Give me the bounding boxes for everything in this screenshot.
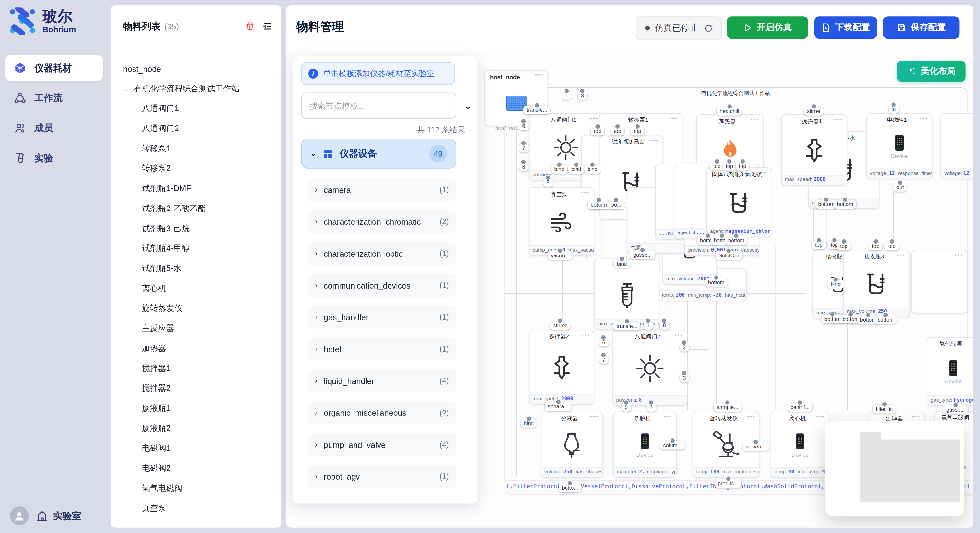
node-menu-icon[interactable]: ••• [751,116,759,122]
canvas-node[interactable]: 真空泵•••pump_rate: 50max_vacuum: 0.1 [529,187,595,256]
template-group-row[interactable]: ›organic_miscellaneous(2) [307,401,456,424]
node-menu-icon[interactable]: ••• [590,115,599,121]
canvas-node[interactable]: 分液器•••volume: 250has_phases: true [541,412,603,477]
port-label[interactable]: 8 [660,321,669,330]
beautify-layout-button[interactable]: 美化布局 [897,60,966,82]
tree-item[interactable]: 搅拌器2 [110,379,281,399]
sidebar-item-members[interactable]: 成员 [5,115,103,141]
port-label[interactable]: solven... [743,442,769,451]
port-label[interactable]: heatchill [716,107,742,116]
tree-item[interactable]: 转移泵2 [110,159,281,179]
port-label[interactable]: 4 [646,403,655,412]
tree-item[interactable]: 主反应器 [110,319,281,339]
port-label[interactable]: top [812,241,826,249]
port-label[interactable]: top [631,127,644,136]
port-label[interactable]: 5 [622,403,631,412]
refresh-icon[interactable] [703,23,713,33]
node-menu-icon[interactable]: ••• [535,72,544,78]
collapse-list-icon[interactable] [262,21,272,32]
sidebar-item-workflow[interactable]: 工作流 [5,85,103,111]
node-menu-icon[interactable]: ••• [664,414,673,420]
port-label[interactable]: separa... [545,402,572,411]
node-menu-icon[interactable]: ••• [650,136,659,143]
port-label[interactable]: transfe... [523,106,550,114]
start-simulation-button[interactable]: 开启仿真 [727,16,808,38]
tree-item[interactable]: 试剂瓶3-己烷 [110,219,281,239]
port-label[interactable]: stirrer [804,107,824,116]
port-label[interactable]: in [889,105,899,114]
port-label[interactable]: 1 [562,91,571,100]
tree-item[interactable]: 废液瓶1 [110,398,281,418]
port-label[interactable]: bottom [874,316,897,324]
sidebar-item-instruments[interactable]: 仪器耗材 [5,55,103,81]
save-config-button[interactable]: 保存配置 [883,16,959,38]
tree-item-root[interactable]: host_node [110,59,281,79]
port-label[interactable]: gasso... [943,405,968,414]
template-group-row[interactable]: ›robot_agv(1) [307,465,456,488]
port-label[interactable]: stirrer [550,321,570,330]
port-label[interactable]: 1 [644,321,653,330]
port-label[interactable]: 6 [599,338,608,346]
tree-item[interactable]: 电磁阀2 [110,458,281,479]
node-menu-icon[interactable]: ••• [816,414,825,420]
tree-item[interactable]: 八通阀门2 [110,119,281,139]
node-menu-icon[interactable]: ••• [758,169,767,176]
port-label[interactable]: bind [520,419,537,428]
template-group-row[interactable]: ›pump_and_valve(4) [307,433,456,455]
canvas-node[interactable]: 八通阀门2•••positions: 8 [612,330,687,406]
canvas-node[interactable]: 固体试剂瓶3-氯化镁•••agent: magnesium_chloride [706,167,771,237]
avatar[interactable] [10,506,29,525]
download-config-button[interactable]: 下载配置 [815,16,877,38]
port-label[interactable]: 5 [544,178,552,187]
category-instruments[interactable]: ⌄ 仪器设备 49 [301,139,456,169]
node-menu-icon[interactable]: ••• [897,252,906,258]
port-label[interactable]: 7 [599,355,608,364]
port-label[interactable]: top [837,241,851,250]
node-menu-icon[interactable]: ••• [747,414,756,420]
template-group-row[interactable]: ›characterization_chromatic(2) [307,211,456,233]
canvas-node[interactable]: 电磁阀1•••Devicevoltage: 12response_time: 0… [866,113,932,179]
chevron-down-icon[interactable]: ⌄ [123,86,129,92]
port-label[interactable]: botto... [559,484,581,492]
node-menu-icon[interactable]: ••• [590,414,599,420]
port-label[interactable]: centrif... [788,403,813,412]
port-label[interactable]: colum... [660,441,685,450]
node-menu-icon[interactable]: ••• [675,332,683,338]
port-label[interactable]: filter_in [873,405,896,414]
tree-item[interactable]: 电磁阀1 [110,438,281,458]
port-label[interactable]: bottom [587,200,610,209]
port-label[interactable]: sample... [714,403,741,412]
node-menu-icon[interactable]: ••• [581,189,590,195]
port-label[interactable]: top [723,162,736,171]
simulation-status-pill[interactable]: 仿真已停止 [635,16,722,40]
canvas-node[interactable]: voltage: 12 [941,113,972,179]
port-label[interactable]: bind [584,165,600,174]
tree-item[interactable]: 旋转蒸发仪 [110,298,281,319]
port-label[interactable]: bind [551,165,568,174]
port-label[interactable]: out [893,183,907,192]
port-label[interactable]: 2 [680,343,689,352]
port-label[interactable]: top [885,241,899,250]
tree-item[interactable]: 加热器 [110,338,281,359]
port-label[interactable]: top [710,162,724,171]
canvas-node[interactable]: 搅拌器2•••max_speed: 2000 [529,330,595,405]
port-label[interactable]: produc... [714,479,741,488]
node-menu-icon[interactable]: ••• [835,116,843,122]
port-label[interactable]: vacuu... [548,251,573,260]
tree-item[interactable]: 试剂瓶1-DMF [110,179,281,199]
port-label[interactable]: 8 [519,162,528,171]
port-label[interactable]: SolidOut [716,251,742,260]
chevron-collapse-icon[interactable]: ⌄ [465,101,471,110]
tree-item[interactable]: 试剂瓶2-乙酸乙酯 [110,198,281,219]
tree-item[interactable]: 离心机 [110,279,281,298]
port-label[interactable]: top [736,162,749,171]
port-label[interactable]: transfe... [614,322,640,330]
port-label[interactable]: bind [827,280,843,289]
canvas-node[interactable]: 搅拌器1•••max_speed: 2000 [781,114,848,186]
tree-item[interactable]: 试剂瓶4-甲醇 [110,239,281,259]
node-menu-icon[interactable]: ••• [920,115,928,121]
port-label[interactable]: bo... [608,200,625,209]
search-input[interactable] [301,92,456,119]
port-label[interactable]: 3 [680,373,689,382]
tree-item[interactable]: 真空泵 [110,498,281,519]
